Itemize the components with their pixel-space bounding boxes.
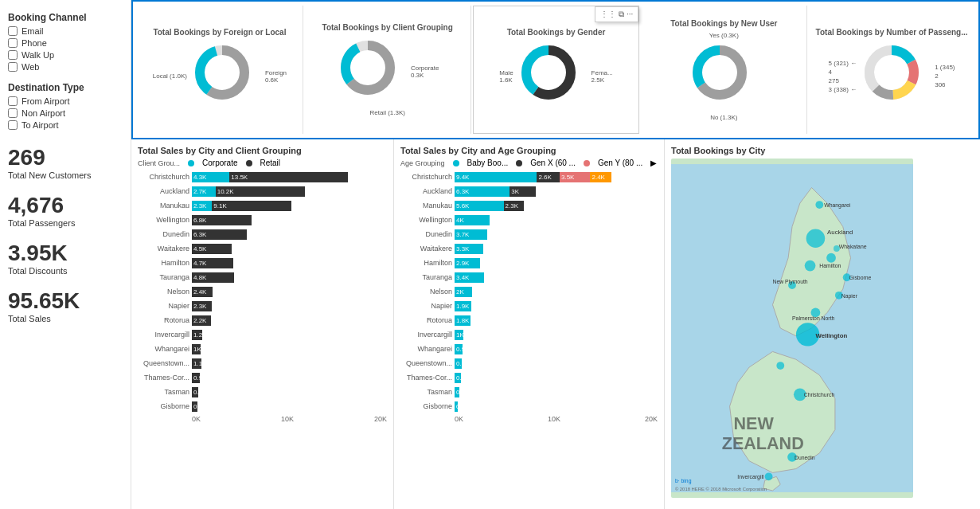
non-airport-checkbox[interactable] — [8, 108, 18, 118]
bar-label: Manukau — [138, 202, 189, 209]
table-row: Waitakere3.3K — [400, 242, 658, 255]
retail-bar: 6.3K — [192, 229, 247, 240]
stat-discounts: 3.95K Total Discounts — [8, 242, 123, 276]
to-airport-checkbox[interactable] — [8, 120, 18, 130]
donut-client-grouping: Total Bookings by Client Grouping Corpor… — [305, 6, 471, 134]
bar-label: Christchurch — [400, 173, 452, 181]
age-bar-0: 2.9K — [455, 258, 480, 268]
nz-label2: ZEALAND — [722, 433, 804, 453]
checkbox-web[interactable]: Web — [8, 62, 123, 72]
donut-svg-5 — [860, 41, 923, 104]
checkbox-to-airport[interactable]: To Airport — [8, 120, 123, 130]
table-row: Hamilton2.9K — [400, 256, 658, 269]
retail-bar: 2.4K — [192, 287, 213, 297]
table-row: Gisborne0.4K — [400, 400, 658, 413]
table-row: Thames-Cor...0.9K — [138, 371, 387, 384]
gen-x-dot — [516, 160, 522, 166]
checkbox-from-airport[interactable]: From Airport — [8, 96, 123, 106]
table-row: Napier1.9K — [400, 300, 658, 312]
age-bar-0: 3.7K — [455, 229, 487, 240]
bottom-section: Total Sales by City and Client Grouping … — [131, 139, 980, 509]
map-credit: © 2018 HERE © 2018 Microsoft Corporation — [675, 487, 767, 491]
bar-label: Queenstown... — [400, 359, 452, 367]
bar-label: Dunedin — [400, 230, 452, 238]
checkbox-email[interactable]: Email — [8, 26, 123, 36]
bar-label: Wellington — [400, 216, 452, 224]
whangarei-dot — [815, 201, 823, 209]
to-airport-label: To Airport — [21, 120, 58, 130]
invercargill-text: Invercargill — [737, 474, 764, 480]
web-checkbox[interactable] — [8, 62, 18, 72]
destination-type-title: Destination Type — [8, 82, 123, 93]
city-client-axis: 0K 10K 20K — [192, 415, 387, 423]
from-airport-checkbox[interactable] — [8, 96, 18, 106]
retail-bar: 6.8K — [192, 215, 252, 225]
table-row: Invercargill1.2K — [138, 328, 387, 341]
p2-val: 306 — [935, 81, 955, 88]
city-client-chart-title: Total Sales by City and Client Grouping — [138, 146, 387, 155]
donut-svg-3 — [517, 41, 580, 104]
nz-label: NEW — [733, 413, 774, 433]
bar-label: Tauranga — [138, 273, 189, 281]
table-row: Rotorua2.2K — [138, 314, 387, 327]
non-airport-label: Non Airport — [21, 108, 65, 118]
phone-label: Phone — [21, 38, 47, 48]
p5-label: 5 (321) ← — [829, 60, 857, 67]
table-row: Tauranga4.8K — [138, 271, 387, 284]
corporate-bar: 2.3K — [192, 201, 212, 211]
checkbox-walkup[interactable]: Walk Up — [8, 50, 123, 60]
bar-label: Whangarei — [138, 345, 189, 353]
email-checkbox[interactable] — [8, 26, 18, 36]
bar-label: Tasman — [400, 388, 452, 396]
legend-prefix-2: Age Grouping — [400, 159, 445, 167]
gisborne-text: Gisborne — [849, 275, 872, 280]
retail-bar: 2.3K — [192, 301, 212, 311]
retail-dot — [246, 160, 252, 166]
table-row: Dunedin6.3K — [138, 228, 387, 241]
retail-bar: 1.1K — [192, 358, 201, 369]
passengers-label: Total Passengers — [8, 218, 123, 228]
bar-label: Whangarei — [400, 345, 452, 353]
hamilton-text: Hamilton — [819, 263, 841, 268]
age-bar-0: 4K — [455, 215, 490, 225]
bar-label: Rotorua — [400, 316, 452, 324]
age-bar-0: 1.9K — [455, 301, 471, 311]
table-row: Waitakere4.5K — [138, 242, 387, 255]
donut-svg-container-3 — [517, 41, 588, 112]
bar-label: Manukau — [400, 202, 452, 209]
auckland-text: Auckland — [827, 229, 853, 236]
checkbox-phone[interactable]: Phone — [8, 38, 123, 48]
male-label: Male1.6K — [499, 69, 513, 84]
table-row: Wellington6.8K — [138, 213, 387, 226]
bar-label: Wellington — [138, 216, 189, 224]
new-customers-number: 269 — [8, 147, 123, 169]
table-row: Whangarei0.9K — [400, 343, 658, 355]
nz-map-svg: Auckland Hamilton Gisborne Napier — [671, 159, 913, 498]
map-container[interactable]: Auckland Hamilton Gisborne Napier — [671, 159, 913, 498]
legend-more-icon[interactable]: ▶ — [650, 159, 657, 167]
table-row: Napier2.3K — [138, 300, 387, 312]
whakatane-text: Whakatane — [839, 244, 867, 249]
stat-sales: 95.65K Total Sales — [8, 290, 123, 323]
table-row: Wellington4K — [400, 213, 658, 226]
baby-boo-dot — [453, 160, 459, 166]
retail-bar: 2.2K — [192, 315, 211, 326]
web-label: Web — [21, 62, 39, 72]
bar-label: Thames-Cor... — [138, 374, 189, 382]
donut-passengers: Total Bookings by Number of Passeng... 5… — [809, 6, 974, 134]
bar-label: Waitakere — [138, 245, 189, 253]
walkup-checkbox[interactable] — [8, 50, 18, 60]
table-row: Gisborne0.6K — [138, 400, 387, 413]
main-content: Total Bookings by Foreign or Local Local… — [131, 0, 980, 509]
popup-hint: ⋮⋮ ⧉ ··· — [595, 6, 638, 22]
p4-label: 4 — [829, 69, 857, 76]
popup-more-icon[interactable]: ··· — [627, 10, 633, 19]
checkbox-non-airport[interactable]: Non Airport — [8, 108, 123, 118]
popup-window-icon[interactable]: ⧉ — [619, 10, 624, 19]
donut-svg-2 — [336, 36, 400, 100]
phone-checkbox[interactable] — [8, 38, 18, 48]
p2-label: 2 — [935, 72, 955, 80]
p3-label: 3 (338) ← — [829, 86, 857, 93]
table-row: Nelson2K — [400, 285, 658, 298]
retail-bar: 9.1K — [212, 201, 291, 211]
